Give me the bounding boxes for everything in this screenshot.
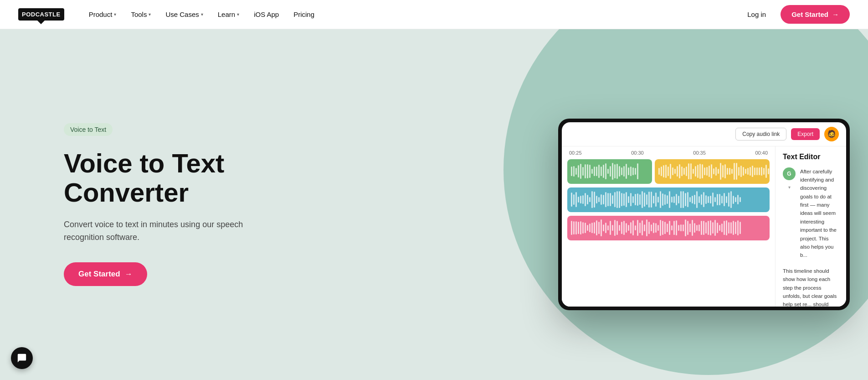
get-started-nav-button[interactable]: Get Started → <box>781 5 850 24</box>
hero-cta-button[interactable]: Get Started → <box>64 262 147 286</box>
wave-bar <box>737 220 739 235</box>
wave-bar <box>623 166 625 177</box>
wave-bar <box>575 192 577 208</box>
wave-bar <box>571 193 572 207</box>
wave-bar <box>603 224 604 232</box>
hero-subtitle: Convert voice to text in minutes using o… <box>64 218 255 245</box>
wave-bar <box>653 223 654 233</box>
time-label: 00:35 <box>693 150 706 156</box>
hero-left: Voice to Text Voice to Text Converter Co… <box>64 123 255 286</box>
wave-bar <box>695 166 696 177</box>
wave-bar <box>699 224 700 232</box>
wave-bar <box>714 197 716 202</box>
wave-bar <box>623 221 625 235</box>
nav-links: Product▾Tools▾Use Cases▾Learn▾iOS AppPri… <box>82 7 740 22</box>
wave-bar <box>681 167 683 176</box>
wave-bar <box>601 167 602 176</box>
wave-bar <box>756 167 758 176</box>
logo[interactable]: PODCASTLE <box>18 8 64 21</box>
comments-container: G▾After carefully identifying and discov… <box>783 167 839 307</box>
wave-bar <box>735 197 736 202</box>
chat-bubble[interactable] <box>11 347 33 369</box>
mockup-toolbar: Copy audio link Export 🧔 <box>562 122 846 146</box>
wave-bar <box>587 225 588 231</box>
wave-bar <box>580 221 581 234</box>
wave-bar <box>664 194 666 204</box>
wave-bar <box>660 191 661 208</box>
wave-bar <box>727 168 728 175</box>
wave-bar <box>697 165 699 178</box>
login-button[interactable]: Log in <box>740 7 773 22</box>
wave-bar <box>657 225 659 231</box>
wave-bar <box>628 167 629 175</box>
wave-bar <box>651 192 652 208</box>
wave-bar <box>619 191 620 208</box>
waveform-track-green <box>567 159 652 184</box>
wave-bar <box>685 219 686 236</box>
wave-bar <box>605 163 606 180</box>
wave-bar <box>736 163 737 180</box>
wave-bar <box>701 194 702 205</box>
wave-bar <box>605 192 606 208</box>
waveform-panel: 00:2500:3000:3500:40 <box>562 146 776 307</box>
wave-bar <box>711 164 712 178</box>
nav-link-product[interactable]: Product▾ <box>82 7 123 22</box>
wave-bar <box>705 222 707 234</box>
wave-bar <box>616 164 618 179</box>
wave-bar <box>708 196 709 203</box>
wave-bar <box>621 193 622 206</box>
wave-bar <box>728 222 729 234</box>
chevron-down-icon: ▾ <box>201 12 203 17</box>
wave-bar <box>719 225 720 231</box>
wave-bar <box>639 194 641 205</box>
wave-bar <box>655 223 657 233</box>
wave-bar <box>660 220 661 236</box>
wave-bar <box>669 221 670 235</box>
nav-link-learn[interactable]: Learn▾ <box>211 7 246 22</box>
export-button[interactable]: Export <box>791 128 820 140</box>
wave-bar <box>763 168 765 175</box>
wave-bar <box>648 222 650 234</box>
wave-bar <box>607 225 609 230</box>
wave-bar <box>648 192 650 208</box>
wave-bar <box>610 221 611 234</box>
user-avatar: 🧔 <box>824 127 839 141</box>
wave-bar <box>678 196 679 203</box>
mockup-body: 00:2500:3000:3500:40 Text Editor G▾After… <box>562 146 846 307</box>
wave-bar <box>610 193 611 206</box>
wave-bar <box>573 221 575 234</box>
wave-bar <box>730 222 732 233</box>
wave-bar <box>630 222 632 234</box>
wave-bar <box>694 223 695 233</box>
copy-audio-link-button[interactable]: Copy audio link <box>735 128 786 141</box>
wave-bar <box>591 169 593 173</box>
wave-bar <box>635 225 636 230</box>
wave-bar <box>664 222 666 234</box>
wave-bar <box>740 166 742 177</box>
wave-bar <box>724 164 726 178</box>
wave-bar <box>632 167 634 175</box>
wave-bar <box>626 192 627 207</box>
nav-link-pricing[interactable]: Pricing <box>287 7 321 22</box>
wave-bar <box>596 167 597 176</box>
wave-bar <box>734 163 735 180</box>
nav-link-ios-app[interactable]: iOS App <box>247 7 285 22</box>
wave-bar <box>687 192 688 208</box>
wave-bar <box>582 167 584 176</box>
nav-link-tools[interactable]: Tools▾ <box>124 7 157 22</box>
hero-mockup: Copy audio link Export 🧔 00:2500:3000:35… <box>558 119 850 310</box>
wave-bar <box>598 222 600 234</box>
wave-bar <box>768 168 769 174</box>
text-editor-title: Text Editor <box>783 153 839 161</box>
wave-bar <box>676 194 677 205</box>
wave-bar <box>626 223 627 232</box>
wave-bar <box>722 165 724 177</box>
wave-bar <box>628 225 629 231</box>
wave-bar <box>721 224 723 232</box>
wave-bar <box>651 224 652 231</box>
wave-bar <box>726 196 727 203</box>
wave-bar <box>614 164 616 179</box>
nav-link-use-cases[interactable]: Use Cases▾ <box>159 7 209 22</box>
wave-bar <box>626 164 627 179</box>
time-label: 00:40 <box>755 150 768 156</box>
